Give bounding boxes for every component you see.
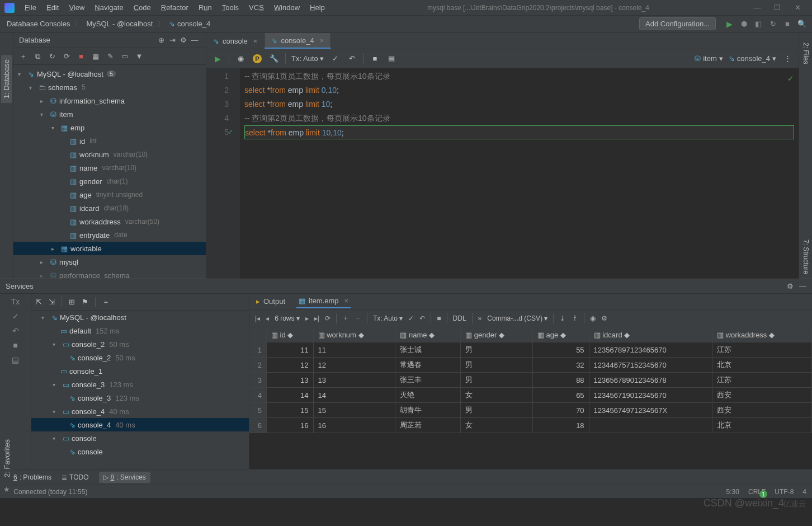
tree-column[interactable]: ▥genderchar(1) — [13, 175, 206, 188]
commit-icon[interactable]: ✓ — [329, 53, 341, 64]
close-button[interactable]: ✕ — [787, 3, 808, 12]
cursor-position[interactable]: 5:30 — [726, 488, 739, 496]
right-tab-structure[interactable]: 7: Structure — [801, 235, 811, 279]
reload-icon[interactable]: ⟳ — [325, 314, 331, 322]
column-header[interactable]: ▥ idcard ◆ — [589, 328, 712, 342]
upload-icon[interactable]: ⭱ — [572, 314, 578, 322]
p-badge-icon[interactable]: P — [252, 53, 263, 64]
close-icon[interactable]: × — [320, 36, 324, 45]
tree-column[interactable]: ▥worknumvarchar(10) — [13, 148, 206, 161]
next-page-icon[interactable]: ▸ — [305, 314, 309, 322]
gear-icon[interactable]: ⚙ — [601, 314, 607, 322]
star-icon[interactable]: ★ — [3, 485, 10, 494]
svc-console-2[interactable]: ⇘console_250 ms — [31, 351, 249, 364]
maximize-button[interactable]: ☐ — [767, 3, 787, 12]
menu-navigate[interactable]: Navigate — [90, 2, 128, 13]
tree-column[interactable]: ▥idcardchar(18) — [13, 201, 206, 215]
svc-console-4-grp[interactable]: ▾▭console_440 ms — [31, 405, 249, 418]
filter-icon[interactable]: ▼ — [134, 51, 144, 62]
cancel-icon[interactable]: ■ — [369, 53, 380, 64]
tree-emp-table[interactable]: ▾▦emp — [13, 121, 206, 134]
sync-icon[interactable]: ⟳ — [62, 51, 72, 62]
tree-mysql-schema[interactable]: ▸⛁mysql — [13, 255, 206, 269]
left-tab-database[interactable]: 1: Database — [1, 55, 12, 103]
debug-icon[interactable]: ⬢ — [738, 18, 749, 30]
explain-icon[interactable]: ▤ — [386, 53, 397, 64]
tree-column[interactable]: ▥entrydatedate — [13, 228, 206, 242]
stop-icon[interactable]: ■ — [782, 18, 793, 30]
export-format-selector[interactable]: Comma-...d (CSV) ▾ — [487, 314, 547, 322]
add-configuration-button[interactable]: Add Configuration... — [639, 17, 716, 30]
menu-help[interactable]: Help — [305, 2, 329, 13]
collapse-icon[interactable]: ⇥ — [167, 36, 178, 44]
add-row-icon[interactable]: ＋ — [342, 313, 349, 323]
code-editor[interactable]: 12345 ✓ ✓ -- 查询第1页员工数据，每页展示10条记录 select … — [206, 68, 799, 279]
column-header[interactable]: ▥ gender ◆ — [461, 328, 533, 342]
tree-worktable[interactable]: ▸▦worktable — [13, 242, 206, 255]
schema-selector[interactable]: ⛁item ▾ — [695, 54, 723, 63]
hide-icon[interactable]: — — [189, 36, 200, 44]
search-icon[interactable]: 🔍 — [796, 18, 808, 30]
output-tab[interactable]: ▸Output — [254, 295, 287, 308]
svc-console-4[interactable]: ⇘console_440 ms — [31, 418, 249, 431]
group-icon[interactable]: ⊞ — [69, 298, 75, 306]
add-service-icon[interactable]: ＋ — [102, 297, 110, 307]
data-tab[interactable]: ▦item.emp× — [296, 294, 351, 308]
wrench-icon[interactable]: 🔧 — [268, 53, 280, 64]
column-header[interactable]: ▥ worknum ◆ — [313, 328, 395, 342]
tx-mode-results[interactable]: Tx: Auto ▾ — [373, 314, 403, 322]
filter-flag-icon[interactable]: ⚑ — [82, 298, 88, 306]
tree-column[interactable]: ▥workaddressvarchar(50) — [13, 215, 206, 228]
profile-icon[interactable]: ↻ — [767, 18, 778, 30]
table-row[interactable]: 21212常遇春男32123446757152345670北京 — [250, 358, 812, 373]
submit-icon[interactable]: ✓ — [408, 314, 414, 322]
tree-column[interactable]: ▥namevarchar(10) — [13, 161, 206, 175]
crumb-3[interactable]: ⇘ console_4 — [167, 20, 213, 28]
settings-icon[interactable]: ⚙ — [178, 36, 189, 44]
svc-console-3-grp[interactable]: ▾▭console_3123 ms — [31, 378, 249, 391]
svc-connection[interactable]: ▾⇘MySQL - @localhost — [31, 311, 249, 324]
layout-icon[interactable]: ▤ — [12, 355, 19, 364]
table-row[interactable]: 31313张三丰男88123656789012345678江苏 — [250, 373, 812, 388]
tree-schemas[interactable]: ▾🗀schemas5 — [13, 81, 206, 94]
session-selector[interactable]: ⇘console_4 ▾ — [729, 54, 776, 63]
target-icon[interactable]: ⊕ — [155, 36, 167, 44]
gear-icon[interactable]: ⚙ — [787, 282, 794, 290]
column-header[interactable]: ▥ age ◆ — [532, 328, 589, 342]
cancel-query-icon[interactable]: ■ — [437, 314, 441, 322]
commit-icon[interactable]: ✓ — [12, 312, 19, 321]
expand-icon[interactable]: ⇱ — [36, 298, 42, 306]
stop-red-icon[interactable]: ■ — [76, 51, 86, 62]
duplicate-icon[interactable]: ⧉ — [32, 51, 43, 62]
menu-tools[interactable]: Tools — [218, 2, 243, 13]
table-row[interactable]: 61616周芷若女18北京 — [250, 418, 812, 433]
last-page-icon[interactable]: ▸| — [314, 314, 319, 322]
tree-column[interactable]: ▥agetinyint unsigned — [13, 188, 206, 201]
execute-icon[interactable]: ▶ — [212, 53, 223, 64]
refresh-icon[interactable]: ↻ — [47, 51, 57, 62]
svc-console-2-grp[interactable]: ▾▭console_250 ms — [31, 337, 249, 351]
rollback-icon[interactable]: ↶ — [12, 326, 19, 335]
svc-console-3[interactable]: ⇘console_3123 ms — [31, 391, 249, 405]
menu-refactor[interactable]: Refactor — [157, 2, 193, 13]
first-page-icon[interactable]: |◂ — [255, 314, 260, 322]
column-header[interactable]: ▥ workaddress ◆ — [712, 328, 812, 342]
svc-console[interactable]: ⇘console — [31, 445, 249, 458]
menu-file[interactable]: File — [20, 2, 41, 13]
hide-services-icon[interactable]: — — [799, 282, 806, 290]
todo-tab[interactable]: ≣ TODO — [62, 473, 88, 481]
cancel-icon[interactable]: ■ — [13, 341, 17, 350]
column-header[interactable]: ▥ id ◆ — [267, 328, 314, 342]
tx-icon[interactable]: Tx — [11, 297, 20, 306]
menu-edit[interactable]: Edit — [42, 2, 63, 13]
menu-code[interactable]: Code — [129, 2, 155, 13]
revert-icon[interactable]: ↶ — [419, 314, 425, 322]
svc-default[interactable]: ▭default152 ms — [31, 324, 249, 337]
tree-item-schema[interactable]: ▾⛁item — [13, 107, 206, 121]
indent[interactable]: 4 — [802, 488, 806, 496]
menu-vcs[interactable]: VCS — [244, 2, 268, 13]
tree-info-schema[interactable]: ▸⛁information_schema — [13, 94, 206, 107]
stop-query-icon[interactable]: ◉ — [235, 53, 246, 64]
crumb-1[interactable]: Database Consoles — [4, 20, 72, 28]
tab-console[interactable]: ⇘console× — [206, 33, 265, 49]
